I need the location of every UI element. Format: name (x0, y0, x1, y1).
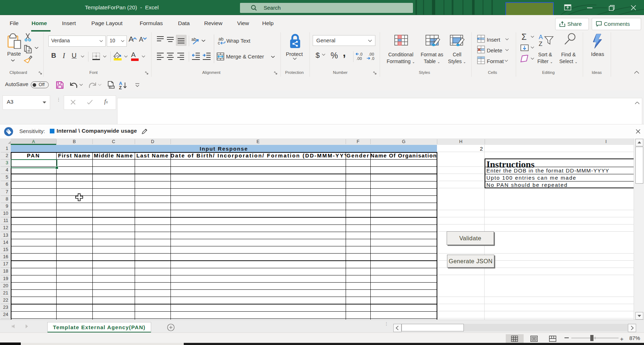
svg-text:.00: .00 (356, 56, 362, 61)
svg-text:.0: .0 (371, 56, 374, 61)
svg-text:Z: Z (539, 41, 542, 47)
svg-text:A: A (539, 34, 543, 41)
svg-text:Z: Z (119, 85, 122, 90)
svg-text:ab: ab (192, 37, 196, 42)
svg-text:.00: .00 (369, 52, 374, 56)
svg-text:.0: .0 (359, 52, 362, 56)
svg-text:c: c (218, 41, 220, 46)
